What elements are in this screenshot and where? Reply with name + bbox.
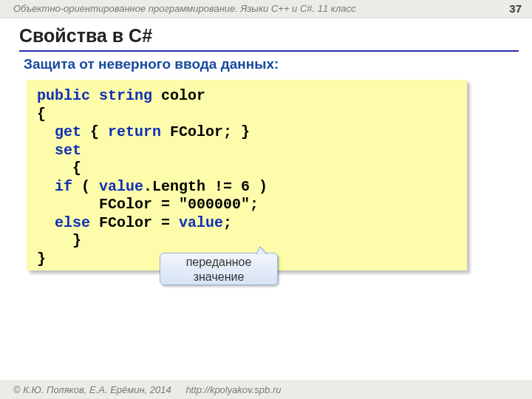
sub-heading: Защита от неверного ввода данных: xyxy=(24,56,279,72)
kw-get: get xyxy=(55,123,81,140)
header-bar: Объектно-ориентированное программировани… xyxy=(0,0,532,18)
callout-line2: значение xyxy=(194,270,245,283)
code-l7: FColor = "000000"; xyxy=(37,196,259,213)
kw-set: set xyxy=(55,142,81,159)
code-l10: } xyxy=(37,250,46,267)
code-l6-mid2: .Length != 6 ) xyxy=(143,178,267,195)
page-number: 37 xyxy=(509,0,522,18)
code-l1-rest: color xyxy=(152,87,205,104)
kw-value-2: value xyxy=(179,214,223,231)
title-rule xyxy=(19,50,519,52)
footer-bar: © К.Ю. Поляков, Е.А. Ерёмин, 2014 http:/… xyxy=(0,381,532,399)
code-text: public string color { get { return FColo… xyxy=(37,87,457,268)
kw-public: public xyxy=(37,87,90,104)
code-l8-mid2: ; xyxy=(223,214,232,231)
kw-else: else xyxy=(55,214,90,231)
code-l8-mid1: FColor = xyxy=(90,214,179,231)
code-l3-mid2: FColor; } xyxy=(161,123,250,140)
code-block: public string color { get { return FColo… xyxy=(27,80,467,270)
kw-value-1: value xyxy=(99,178,143,195)
footer-url: http://kpolyakov.spb.ru xyxy=(185,384,281,395)
slide-title: Свойства в C# xyxy=(19,25,152,47)
footer-copyright: © К.Ю. Поляков, Е.А. Ерёмин, 2014 xyxy=(13,384,171,395)
callout-line1: переданное xyxy=(186,256,252,268)
code-l6-mid1: ( xyxy=(72,178,99,195)
code-l5: { xyxy=(55,160,81,177)
code-l9: } xyxy=(55,232,81,249)
code-l3-mid1: { xyxy=(81,123,108,140)
callout-bubble: переданное значение xyxy=(160,253,278,285)
slide: Объектно-ориентированное программировани… xyxy=(0,0,532,399)
kw-string: string xyxy=(99,87,152,104)
code-l2: { xyxy=(37,106,46,123)
kw-if: if xyxy=(55,178,72,195)
course-title: Объектно-ориентированное программировани… xyxy=(13,3,356,14)
kw-return: return xyxy=(108,123,161,140)
